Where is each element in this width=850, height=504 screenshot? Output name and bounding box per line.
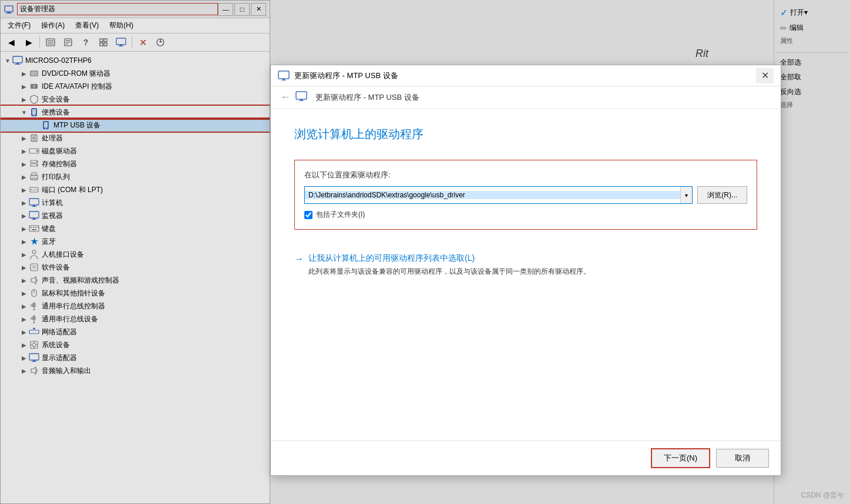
link-section: → 让我从计算机上的可用驱动程序列表中选取(L) 此列表将显示与该设备兼容的可用… bbox=[294, 253, 757, 277]
svg-rect-93 bbox=[300, 99, 303, 100]
svg-rect-94 bbox=[299, 100, 304, 101]
nav-icon bbox=[295, 91, 307, 103]
nav-title: 更新驱动程序 - MTP USB 设备 bbox=[315, 92, 419, 103]
include-subfolders-checkbox[interactable] bbox=[304, 211, 313, 219]
link-content: 让我从计算机上的可用驱动程序列表中选取(L) 此列表将显示与该设备兼容的可用驱动… bbox=[308, 253, 590, 277]
search-input-row: ▾ 浏览(R)... bbox=[304, 186, 747, 204]
path-input-wrapper: ▾ bbox=[304, 186, 693, 204]
search-label: 在以下位置搜索驱动程序: bbox=[304, 170, 747, 180]
path-input[interactable] bbox=[305, 191, 680, 199]
dialog-title-text: 更新驱动程序 - MTP USB 设备 bbox=[294, 70, 756, 81]
svg-rect-90 bbox=[283, 79, 285, 80]
link-text[interactable]: 让我从计算机上的可用驱动程序列表中选取(L) bbox=[308, 253, 590, 264]
svg-rect-89 bbox=[278, 71, 289, 79]
svg-rect-91 bbox=[281, 80, 286, 80]
browse-button[interactable]: 浏览(R)... bbox=[697, 186, 747, 204]
link-desc: 此列表将显示与该设备兼容的可用驱动程序，以及与该设备属于同一类别的所有驱动程序。 bbox=[308, 266, 590, 277]
dialog-nav: ← 更新驱动程序 - MTP USB 设备 bbox=[271, 86, 781, 109]
watermark: CSDN @芸兮 bbox=[801, 490, 844, 500]
dialog-close-button[interactable]: ✕ bbox=[756, 68, 774, 83]
checkbox-row: 包括子文件夹(I) bbox=[304, 210, 747, 220]
rit-text: Rit bbox=[696, 48, 708, 60]
update-driver-dialog: 更新驱动程序 - MTP USB 设备 ✕ ← 更新驱动程序 - MTP USB… bbox=[270, 65, 781, 476]
link-item: → 让我从计算机上的可用驱动程序列表中选取(L) 此列表将显示与该设备兼容的可用… bbox=[294, 253, 757, 277]
include-subfolders-label: 包括子文件夹(I) bbox=[316, 210, 365, 220]
path-dropdown-button[interactable]: ▾ bbox=[680, 187, 692, 203]
cancel-button[interactable]: 取消 bbox=[716, 449, 769, 468]
search-box-section: 在以下位置搜索驱动程序: ▾ 浏览(R)... 包括子文件夹(I) bbox=[294, 160, 757, 230]
next-button[interactable]: 下一页(N) bbox=[651, 448, 710, 468]
dialog-content: 浏览计算机上的驱动程序 在以下位置搜索驱动程序: ▾ 浏览(R)... 包括子文… bbox=[271, 109, 781, 441]
dialog-footer: 下一页(N) 取消 bbox=[271, 441, 781, 475]
dialog-heading: 浏览计算机上的驱动程序 bbox=[294, 126, 757, 142]
dialog-title-bar: 更新驱动程序 - MTP USB 设备 ✕ bbox=[271, 65, 781, 86]
dialog-overlay: 更新驱动程序 - MTP USB 设备 ✕ ← 更新驱动程序 - MTP USB… bbox=[0, 0, 850, 504]
dialog-title-icon bbox=[278, 70, 290, 82]
svg-rect-92 bbox=[296, 92, 307, 99]
dialog-back-button[interactable]: ← bbox=[280, 91, 291, 103]
link-arrow-icon: → bbox=[294, 254, 304, 264]
